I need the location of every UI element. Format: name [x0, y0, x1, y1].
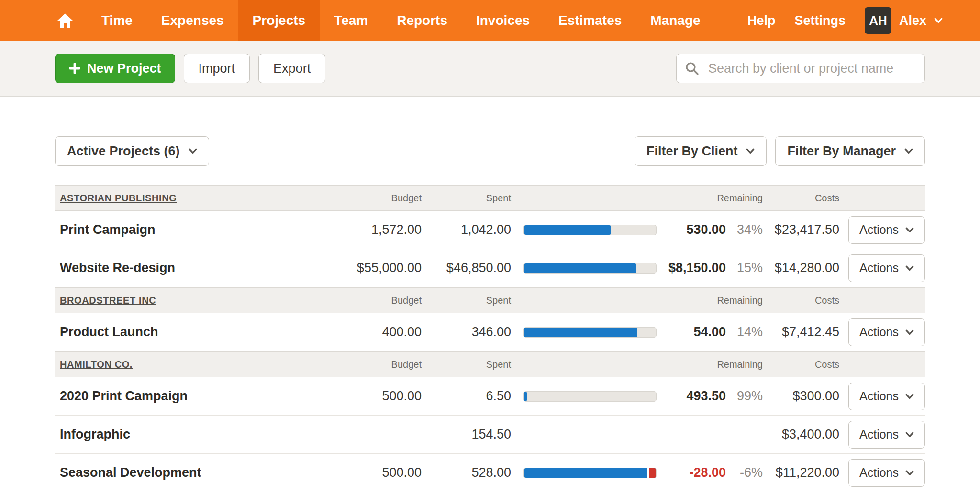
chevron-down-icon [934, 18, 943, 23]
costs-value: $23,417.50 [763, 222, 839, 237]
actions-button[interactable]: Actions [848, 318, 925, 346]
client-link[interactable]: HAMILTON CO. [60, 359, 133, 370]
chevron-down-icon [905, 329, 914, 335]
avatar: AH [865, 7, 891, 34]
remaining-value: $8,150.00 [657, 261, 726, 275]
nav-manage[interactable]: Manage [636, 0, 714, 41]
home-icon [56, 13, 74, 29]
filter-by-client-dropdown[interactable]: Filter By Client [635, 136, 767, 166]
chevron-down-icon [905, 265, 914, 271]
chevron-down-icon [905, 227, 914, 233]
user-name: Alex [899, 13, 926, 28]
export-button[interactable]: Export [258, 54, 325, 83]
actions-label: Actions [859, 466, 899, 480]
budget-value: 500.00 [268, 465, 422, 480]
nav-team[interactable]: Team [320, 0, 382, 41]
nav-estimates[interactable]: Estimates [544, 0, 636, 41]
filter-by-client-label: Filter By Client [646, 144, 738, 159]
column-header-spent: Spent [422, 359, 511, 370]
budget-value: $55,000.00 [268, 261, 422, 275]
budget-progress-fill [524, 392, 527, 401]
table-row: Print Campaign 1,572.00 1,042.00 530.00 … [55, 211, 925, 249]
column-header-spent: Spent [422, 295, 511, 306]
project-name[interactable]: Print Campaign [60, 222, 156, 237]
actions-button[interactable]: Actions [848, 254, 925, 282]
column-header-remaining: Remaining [657, 295, 763, 306]
budget-progress-bar [523, 468, 657, 478]
column-header-costs: Costs [763, 193, 839, 204]
column-header-remaining: Remaining [657, 193, 763, 204]
actions-button[interactable]: Actions [848, 216, 925, 244]
project-name[interactable]: Website Re-design [60, 261, 175, 275]
client-link[interactable]: BROADSTREET INC [60, 295, 156, 306]
remaining-percent: 14% [726, 325, 763, 340]
import-button[interactable]: Import [184, 54, 250, 83]
home-button[interactable] [54, 0, 87, 41]
budget-value: 400.00 [268, 325, 422, 340]
spent-value: $46,850.00 [422, 261, 511, 275]
budget-progress-fill [524, 468, 656, 478]
nav-time[interactable]: Time [87, 0, 147, 41]
client-group-header: ASTORIAN PUBLISHING Budget Spent Remaini… [55, 185, 925, 211]
remaining-percent: -6% [726, 465, 763, 480]
nav-help[interactable]: Help [747, 13, 776, 28]
column-header-budget: Budget [268, 359, 422, 370]
column-header-remaining: Remaining [657, 359, 763, 370]
budget-value: 1,572.00 [268, 222, 422, 237]
remaining-value: -28.00 [657, 465, 726, 480]
column-header-costs: Costs [763, 295, 839, 306]
filters-right: Filter By Client Filter By Manager [635, 136, 925, 166]
budget-progress-bar [523, 225, 657, 235]
costs-value: $14,280.00 [763, 261, 839, 275]
actions-button[interactable]: Actions [848, 383, 925, 410]
client-link[interactable]: ASTORIAN PUBLISHING [60, 193, 177, 204]
spent-value: 154.50 [422, 427, 511, 442]
remaining-percent: 34% [726, 222, 763, 237]
chevron-down-icon [905, 432, 914, 438]
active-projects-label: Active Projects (6) [67, 144, 180, 159]
active-projects-dropdown[interactable]: Active Projects (6) [55, 136, 209, 166]
spent-value: 346.00 [422, 325, 511, 340]
nav-projects[interactable]: Projects [238, 0, 320, 41]
new-project-label: New Project [87, 61, 161, 76]
table-row: Website Re-design $55,000.00 $46,850.00 … [55, 249, 925, 287]
nav-settings[interactable]: Settings [794, 13, 846, 28]
budget-progress-fill [524, 225, 611, 235]
remaining-value: 493.50 [657, 389, 726, 404]
filter-by-manager-dropdown[interactable]: Filter By Manager [775, 136, 925, 166]
budget-progress-fill [524, 263, 636, 273]
budget-progress-bar [523, 263, 657, 274]
plus-icon [69, 63, 80, 74]
nav-invoices[interactable]: Invoices [462, 0, 544, 41]
projects-table: ASTORIAN PUBLISHING Budget Spent Remaini… [55, 185, 925, 492]
project-name[interactable]: 2020 Print Campaign [60, 389, 188, 404]
remaining-value: 54.00 [657, 325, 726, 340]
column-header-budget: Budget [268, 193, 422, 204]
actions-label: Actions [859, 389, 899, 403]
project-name[interactable]: Seasonal Development [60, 465, 201, 480]
search-input[interactable] [676, 54, 925, 83]
new-project-button[interactable]: New Project [55, 54, 175, 83]
project-name[interactable]: Product Launch [60, 325, 158, 340]
client-group-header: BROADSTREET INC Budget Spent Remaining C… [55, 287, 925, 313]
spent-value: 528.00 [422, 465, 511, 480]
filter-by-manager-label: Filter By Manager [787, 144, 896, 159]
actions-button[interactable]: Actions [848, 421, 925, 449]
actions-button[interactable]: Actions [848, 459, 925, 487]
budget-value: 500.00 [268, 389, 422, 404]
column-header-budget: Budget [268, 295, 422, 306]
user-menu[interactable]: AH Alex [865, 7, 943, 34]
search-box [676, 54, 925, 83]
remaining-percent: 99% [726, 389, 763, 404]
remaining-value: 530.00 [657, 222, 726, 237]
nav-reports[interactable]: Reports [382, 0, 462, 41]
actions-label: Actions [859, 223, 899, 237]
project-name[interactable]: Infographic [60, 427, 130, 442]
projects-toolbar: New Project Import Export [0, 41, 980, 97]
budget-progress-bar [523, 327, 657, 338]
table-row: Product Launch 400.00 346.00 54.00 14% $… [55, 313, 925, 351]
chevron-down-icon [746, 148, 755, 154]
chevron-down-icon [904, 148, 913, 154]
nav-expenses[interactable]: Expenses [147, 0, 238, 41]
projects-page: Active Projects (6) Filter By Client Fil… [0, 136, 980, 492]
